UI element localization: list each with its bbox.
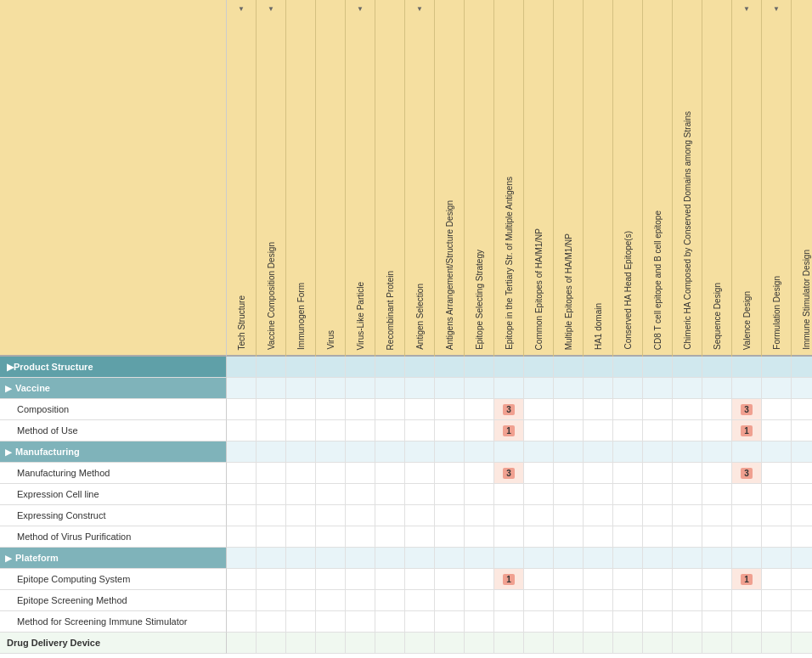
cell-badge: 3 [741,404,753,415]
cell-expressing_construct-vaccine_composition [257,505,286,526]
col-header-antigen_selection[interactable]: ▼Antigen Selection [405,0,435,357]
row-label-text: Manufacturing [15,447,80,457]
cell-expressing_construct-virus_like_particle [346,505,375,526]
cell-manufacturing-valence_design [732,441,762,463]
filter-icon[interactable]: ▼ [743,5,750,13]
cell-method_of_use-cd8_t_cell [643,420,673,441]
col-header-tech_structure[interactable]: ▼Tech Structure [227,0,257,357]
col-header-text: Immune Stimulator Design [801,250,812,350]
cell-epitope_screening_method-antigen_selection [405,590,435,611]
row-label-manufacturing_method: Manufacturing Method [0,463,227,484]
cell-method_virus_purification-immunogen_form [286,526,316,548]
col-header-epitope_selecting: Epitope Selecting Strategy [465,0,494,357]
cell-vaccine-multiple_epitopes [554,378,584,399]
row-label-manufacturing[interactable]: ▶Manufacturing [0,441,227,463]
filter-icon[interactable]: ▼ [773,5,780,13]
col-header-valence_design[interactable]: ▼Valence Design [732,0,762,357]
cell-composition-sequence_design [702,399,732,420]
cell-drug_delivery_device-immune_stimulator [792,633,812,654]
cell-vaccine-tech_structure [227,378,257,399]
cell-expression_cell_line-chimeric_ha [673,484,702,505]
cell-plateform-immunogen_form [286,548,316,569]
cell-expression_cell_line-sequence_design [702,484,732,505]
row-label-vaccine[interactable]: ▶Vaccine [0,378,227,399]
cell-manufacturing_method-tech_structure [227,463,257,484]
cell-method_virus_purification-conserved_ha [613,526,643,548]
cell-expressing_construct-virus [316,505,346,526]
cell-epitope_screening_method-valence_design [732,590,762,611]
col-header-text: Multiple Epitopes of HA/M1/NP [563,233,574,350]
cell-method_virus_purification-valence_design [732,526,762,548]
row-label-product_structure[interactable]: ▶Product Structure [0,357,227,378]
cell-product_structure-tech_structure [227,357,257,378]
cell-plateform-formulation_design [762,548,792,569]
cell-manufacturing-antigens_arrangement [435,441,465,463]
cell-drug_delivery_device-ha1_domain [584,633,613,654]
cell-method_of_use-chimeric_ha [673,420,702,441]
cell-drug_delivery_device-conserved_ha [613,633,643,654]
col-header-virus_like_particle[interactable]: ▼Virus-Like Particle [346,0,375,357]
col-header-text: Antigen Selection [414,284,426,350]
data-row-expressing_construct [227,505,812,526]
col-header-formulation_design[interactable]: ▼Formulation Design [762,0,792,357]
expand-icon[interactable]: ▶ [5,554,12,563]
cell-vaccine-common_epitopes [524,378,554,399]
col-header-sequence_design: Sequence Design [702,0,732,357]
cell-product_structure-sequence_design [702,357,732,378]
col-header-text: Sequence Design [712,283,723,350]
filter-icon[interactable]: ▼ [268,5,274,13]
cell-epitope_computing-sequence_design [702,569,732,590]
cell-epitope_computing-antigen_selection [405,569,435,590]
expand-icon[interactable]: ▶ [7,362,14,373]
cell-epitope_screening_method-immune_stimulator [792,590,812,611]
row-label-plateform[interactable]: ▶Plateform [0,548,227,569]
cell-epitope_computing-ha1_domain [584,569,613,590]
cell-epitope_computing-immune_stimulator [792,569,812,590]
col-header-text: Conserved HA Head Epitope(s) [623,231,634,350]
cell-epitope_screening_method-conserved_ha [613,590,643,611]
cell-expression_cell_line-formulation_design [762,484,792,505]
cell-drug_delivery_device-virus_like_particle [346,633,375,654]
cell-composition-epitope_tertiary: 3 [494,399,524,420]
cell-manufacturing_method-antigen_selection [405,463,435,484]
cell-epitope_screening_method-virus_like_particle [346,590,375,611]
cell-epitope_screening_method-common_epitopes [524,590,554,611]
cell-manufacturing-antigen_selection [405,441,435,463]
cell-method_screening_immune-cd8_t_cell [643,611,673,633]
cell-expression_cell_line-vaccine_composition [257,484,286,505]
col-header-text: Antigens Arrangement/Structure Design [444,200,455,350]
cell-composition-multiple_epitopes [554,399,584,420]
col-header-vaccine_composition[interactable]: ▼Vaccine Composition Design [257,0,286,357]
cell-method_of_use-epitope_tertiary: 1 [494,420,524,441]
cell-product_structure-valence_design [732,357,762,378]
row-label-text: Product Structure [14,362,93,372]
cell-epitope_screening_method-vaccine_composition [257,590,286,611]
cell-vaccine-cd8_t_cell [643,378,673,399]
col-header-text: Formulation Design [771,276,782,350]
cell-epitope_computing-chimeric_ha [673,569,702,590]
row-label-text: Plateform [15,553,59,563]
cell-product_structure-conserved_ha [613,357,643,378]
cell-manufacturing_method-vaccine_composition [257,463,286,484]
cell-epitope_computing-multiple_epitopes [554,569,584,590]
cell-method_of_use-virus [316,420,346,441]
cell-drug_delivery_device-epitope_tertiary [494,633,524,654]
cell-epitope_screening_method-antigens_arrangement [435,590,465,611]
data-row-manufacturing [227,441,812,463]
expand-icon[interactable]: ▶ [5,447,12,457]
header-spacer [0,0,227,357]
filter-icon[interactable]: ▼ [238,5,245,13]
cell-expressing_construct-antigen_selection [405,505,435,526]
cell-expression_cell_line-immune_stimulator [792,484,812,505]
cell-method_of_use-immunogen_form [286,420,316,441]
cell-composition-cd8_t_cell [643,399,673,420]
filter-icon[interactable]: ▼ [357,5,364,13]
cell-manufacturing_method-recombinant_protein [375,463,405,484]
filter-icon[interactable]: ▼ [416,5,423,13]
cell-expressing_construct-epitope_tertiary [494,505,524,526]
col-header-ha1_domain: HA1 domain [584,0,613,357]
expand-icon[interactable]: ▶ [5,384,12,393]
cell-epitope_computing-recombinant_protein [375,569,405,590]
cell-plateform-antigen_selection [405,548,435,569]
cell-manufacturing-recombinant_protein [375,441,405,463]
